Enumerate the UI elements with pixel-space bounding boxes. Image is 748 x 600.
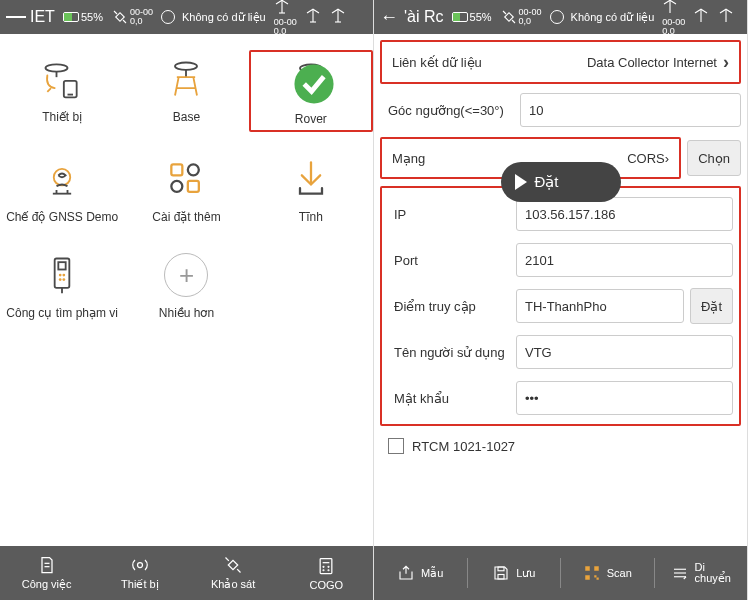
save-button[interactable]: Lưu (468, 558, 562, 588)
angle-input[interactable]: 10 (520, 93, 741, 127)
svg-rect-55 (596, 578, 598, 580)
battery-indicator: 55% (452, 11, 492, 23)
satellite-icon[interactable]: 00-000,0 (111, 8, 153, 26)
plus-icon: + (164, 253, 208, 297)
svg-rect-50 (498, 567, 504, 571)
screen-right: ← 'ài Rc 55% 00-000,0 Không có dữ liệu 0… (374, 0, 748, 600)
svg-point-26 (59, 274, 62, 277)
network-value: CORS (627, 151, 665, 166)
template-button[interactable]: Mẫu (374, 558, 468, 588)
rtcm-label: RTCM 1021-1027 (412, 439, 515, 454)
svg-point-39 (323, 566, 324, 567)
svg-rect-0 (116, 13, 124, 21)
user-label: Tên người sử dụng (388, 345, 516, 360)
rover-form: Liên kết dữ liệu Data Collector Internet… (374, 34, 747, 546)
satellite-nav-icon (223, 555, 243, 575)
user-input[interactable]: VTG (516, 335, 733, 369)
rover-label: Rover (295, 112, 327, 126)
nav-survey[interactable]: Khảo sát (187, 546, 280, 600)
antenna-icon-3[interactable] (717, 7, 735, 27)
svg-point-14 (294, 64, 333, 103)
document-icon (37, 555, 57, 575)
svg-rect-20 (188, 164, 199, 175)
move-button[interactable]: Dichuyển (655, 558, 748, 588)
svg-line-1 (114, 11, 117, 14)
tool-item[interactable]: Công cụ tìm phạm vi (0, 246, 124, 324)
svg-point-27 (63, 274, 66, 277)
svg-rect-22 (188, 181, 199, 192)
mount-set-button[interactable]: Đặt (690, 288, 733, 324)
antenna-icon-1[interactable]: 00-000,0 (273, 0, 297, 36)
svg-line-44 (503, 11, 506, 14)
svg-rect-34 (228, 560, 237, 569)
svg-point-6 (46, 64, 68, 71)
angle-label: Góc ngưỡng(<=30°) (380, 103, 520, 118)
data-link-value: Data Collector Internet (587, 55, 717, 70)
battery-percent: 55% (81, 11, 103, 23)
static-item[interactable]: Tĩnh (249, 150, 373, 228)
antenna-icon-3[interactable] (329, 7, 347, 27)
antenna-icon-2[interactable] (304, 7, 322, 27)
rtcm-row[interactable]: RTCM 1021-1027 (380, 432, 741, 460)
nav-job[interactable]: Công việc (0, 546, 93, 600)
nav-cogo[interactable]: COGO (280, 546, 373, 600)
export-icon (397, 564, 415, 582)
svg-rect-51 (585, 566, 590, 571)
svg-rect-21 (172, 181, 183, 192)
mount-input[interactable]: TH-ThanhPho (516, 289, 684, 323)
device-item[interactable]: Thiết bị (0, 50, 124, 132)
base-item[interactable]: Base (124, 50, 248, 132)
checkbox-icon[interactable] (388, 438, 404, 454)
svg-point-41 (323, 569, 324, 570)
check-badge-icon (292, 62, 336, 106)
status-circle-icon[interactable] (161, 10, 175, 24)
pass-input[interactable]: ••• (516, 381, 733, 415)
no-data-label: Không có dữ liệu (182, 11, 266, 24)
antenna-icon-1[interactable]: 00-000,0 (661, 0, 685, 36)
ip-input[interactable]: 103.56.157.186 (516, 197, 733, 231)
status-bar-left: IET 55% 00-000,0 Không có dữ liệu 00-000… (0, 0, 373, 34)
rover-item[interactable]: Rover (249, 50, 373, 132)
demo-item[interactable]: Chế độ GNSS Demo (0, 150, 124, 228)
svg-rect-25 (58, 262, 65, 269)
status-circle-icon[interactable] (550, 10, 564, 24)
demo-label: Chế độ GNSS Demo (6, 210, 118, 224)
settings-label: Cài đặt thêm (152, 210, 220, 224)
satellite-icon[interactable]: 00-000,0 (500, 8, 542, 26)
choose-button[interactable]: Chọn (687, 140, 741, 176)
scan-button[interactable]: Scan (561, 558, 655, 588)
settings-item[interactable]: Cài đặt thêm (124, 150, 248, 228)
svg-line-45 (512, 20, 515, 23)
more-item[interactable]: + Nhiều hơn (124, 246, 248, 324)
bottom-nav: Công việc Thiết bị Khảo sát COGO (0, 546, 373, 600)
chevron-right-icon: › (723, 52, 729, 73)
data-link-row[interactable]: Liên kết dữ liệu Data Collector Internet… (380, 40, 741, 84)
nav-device[interactable]: Thiết bị (93, 546, 186, 600)
play-set-button[interactable]: Đặt (501, 162, 621, 202)
device-label: Thiết bị (42, 110, 82, 124)
svg-line-35 (226, 558, 229, 561)
status-bar-right: ← 'ài Rc 55% 00-000,0 Không có dữ liệu 0… (374, 0, 747, 34)
svg-point-40 (328, 566, 329, 567)
ip-label: IP (388, 207, 516, 222)
svg-rect-19 (172, 164, 183, 175)
calculator-icon (316, 556, 336, 576)
save-icon (492, 564, 510, 582)
menu-icon[interactable] (6, 14, 26, 20)
screen-title: IET (30, 8, 55, 26)
svg-rect-52 (594, 566, 599, 571)
static-label: Tĩnh (299, 210, 323, 224)
tool-label: Công cụ tìm phạm vi (6, 306, 118, 320)
bottom-bar-right: Mẫu Lưu Scan Dichuyển (374, 546, 747, 600)
antenna-icon-2[interactable] (692, 7, 710, 27)
back-icon[interactable]: ← (380, 7, 400, 28)
network-label: Mạng (392, 151, 425, 166)
svg-rect-43 (504, 13, 512, 21)
battery-indicator: 55% (63, 11, 103, 23)
port-input[interactable]: 2101 (516, 243, 733, 277)
connection-fields: IP 103.56.157.186 Port 2101 Điểm truy cậ… (380, 186, 741, 426)
svg-rect-54 (594, 575, 596, 577)
svg-point-33 (137, 563, 142, 568)
screen-left: IET 55% 00-000,0 Không có dữ liệu 00-000… (0, 0, 374, 600)
svg-point-29 (63, 278, 66, 281)
